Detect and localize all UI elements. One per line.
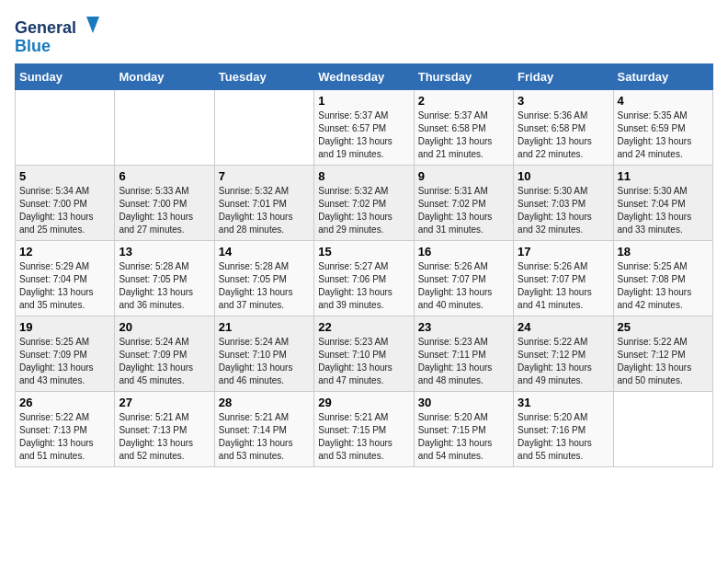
calendar-cell: 2Sunrise: 5:37 AMSunset: 6:58 PMDaylight…: [414, 90, 513, 166]
day-number: 12: [19, 245, 110, 259]
day-info: Sunrise: 5:37 AMSunset: 6:58 PMDaylight:…: [418, 109, 509, 161]
calendar-cell: 6Sunrise: 5:33 AMSunset: 7:00 PMDaylight…: [115, 166, 214, 241]
day-number: 6: [119, 169, 210, 183]
day-number: 26: [19, 396, 110, 409]
calendar-body: 1Sunrise: 5:37 AMSunset: 6:57 PMDaylight…: [16, 90, 713, 467]
day-info: Sunrise: 5:23 AMSunset: 7:11 PMDaylight:…: [418, 336, 509, 387]
day-number: 10: [518, 169, 609, 183]
day-number: 25: [618, 320, 709, 334]
day-number: 28: [219, 396, 310, 409]
calendar-cell: 8Sunrise: 5:32 AMSunset: 7:02 PMDaylight…: [314, 166, 414, 241]
logo: GeneralBlue: [15, 15, 107, 56]
day-number: 15: [318, 245, 409, 259]
day-number: 22: [318, 320, 409, 334]
header: GeneralBlue: [15, 15, 713, 56]
day-info: Sunrise: 5:22 AMSunset: 7:12 PMDaylight:…: [618, 336, 709, 387]
day-info: Sunrise: 5:26 AMSunset: 7:07 PMDaylight:…: [418, 260, 509, 312]
day-number: 7: [219, 169, 310, 183]
day-info: Sunrise: 5:36 AMSunset: 6:58 PMDaylight:…: [518, 109, 609, 161]
calendar-cell: 19Sunrise: 5:25 AMSunset: 7:09 PMDayligh…: [16, 316, 115, 392]
calendar-cell: 12Sunrise: 5:29 AMSunset: 7:04 PMDayligh…: [16, 241, 115, 316]
day-info: Sunrise: 5:23 AMSunset: 7:10 PMDaylight:…: [318, 336, 409, 387]
calendar-cell: 14Sunrise: 5:28 AMSunset: 7:05 PMDayligh…: [214, 241, 313, 316]
day-info: Sunrise: 5:22 AMSunset: 7:13 PMDaylight:…: [19, 411, 110, 463]
day-number: 27: [119, 396, 210, 409]
calendar-cell: 30Sunrise: 5:20 AMSunset: 7:15 PMDayligh…: [414, 392, 513, 467]
week-row-5: 26Sunrise: 5:22 AMSunset: 7:13 PMDayligh…: [16, 392, 713, 467]
day-info: Sunrise: 5:29 AMSunset: 7:04 PMDaylight:…: [19, 260, 110, 312]
calendar-cell: 17Sunrise: 5:26 AMSunset: 7:07 PMDayligh…: [514, 241, 613, 316]
calendar-cell: 7Sunrise: 5:32 AMSunset: 7:01 PMDaylight…: [214, 166, 313, 241]
day-info: Sunrise: 5:30 AMSunset: 7:03 PMDaylight:…: [518, 185, 609, 236]
calendar-cell: 15Sunrise: 5:27 AMSunset: 7:06 PMDayligh…: [314, 241, 414, 316]
week-row-4: 19Sunrise: 5:25 AMSunset: 7:09 PMDayligh…: [16, 316, 713, 392]
day-info: Sunrise: 5:20 AMSunset: 7:16 PMDaylight:…: [518, 411, 609, 463]
weekday-sunday: Sunday: [16, 64, 115, 90]
day-info: Sunrise: 5:27 AMSunset: 7:06 PMDaylight:…: [318, 260, 409, 312]
day-number: 20: [119, 320, 210, 334]
day-info: Sunrise: 5:20 AMSunset: 7:15 PMDaylight:…: [418, 411, 509, 463]
weekday-thursday: Thursday: [414, 64, 513, 90]
day-number: 5: [19, 169, 110, 183]
day-number: 9: [418, 169, 509, 183]
calendar-header: SundayMondayTuesdayWednesdayThursdayFrid…: [16, 64, 713, 90]
day-number: 14: [219, 245, 310, 259]
weekday-friday: Friday: [514, 64, 613, 90]
day-info: Sunrise: 5:33 AMSunset: 7:00 PMDaylight:…: [119, 185, 210, 236]
week-row-2: 5Sunrise: 5:34 AMSunset: 7:00 PMDaylight…: [16, 166, 713, 241]
day-info: Sunrise: 5:28 AMSunset: 7:05 PMDaylight:…: [119, 260, 210, 312]
day-info: Sunrise: 5:35 AMSunset: 6:59 PMDaylight:…: [618, 109, 709, 161]
day-info: Sunrise: 5:22 AMSunset: 7:12 PMDaylight:…: [518, 336, 609, 387]
calendar-cell: 18Sunrise: 5:25 AMSunset: 7:08 PMDayligh…: [613, 241, 712, 316]
calendar-cell: [16, 90, 115, 166]
day-number: 11: [618, 169, 709, 183]
calendar-cell: 13Sunrise: 5:28 AMSunset: 7:05 PMDayligh…: [115, 241, 214, 316]
calendar-cell: 3Sunrise: 5:36 AMSunset: 6:58 PMDaylight…: [514, 90, 613, 166]
calendar-cell: 11Sunrise: 5:30 AMSunset: 7:04 PMDayligh…: [613, 166, 712, 241]
calendar-cell: [613, 392, 712, 467]
calendar-cell: [115, 90, 214, 166]
day-number: 30: [418, 396, 509, 409]
calendar-cell: 10Sunrise: 5:30 AMSunset: 7:03 PMDayligh…: [514, 166, 613, 241]
calendar-cell: 1Sunrise: 5:37 AMSunset: 6:57 PMDaylight…: [314, 90, 414, 166]
calendar-cell: 28Sunrise: 5:21 AMSunset: 7:14 PMDayligh…: [214, 392, 313, 467]
weekday-wednesday: Wednesday: [314, 64, 414, 90]
day-info: Sunrise: 5:28 AMSunset: 7:05 PMDaylight:…: [219, 260, 310, 312]
day-info: Sunrise: 5:21 AMSunset: 7:15 PMDaylight:…: [318, 411, 409, 463]
day-number: 1: [318, 94, 409, 108]
day-number: 29: [318, 396, 409, 409]
calendar-cell: 29Sunrise: 5:21 AMSunset: 7:15 PMDayligh…: [314, 392, 414, 467]
weekday-monday: Monday: [115, 64, 214, 90]
day-number: 23: [418, 320, 509, 334]
day-number: 24: [518, 320, 609, 334]
weekday-saturday: Saturday: [613, 64, 712, 90]
week-row-3: 12Sunrise: 5:29 AMSunset: 7:04 PMDayligh…: [16, 241, 713, 316]
day-number: 4: [618, 94, 709, 108]
calendar-cell: 20Sunrise: 5:24 AMSunset: 7:09 PMDayligh…: [115, 316, 214, 392]
calendar-cell: 21Sunrise: 5:24 AMSunset: 7:10 PMDayligh…: [214, 316, 313, 392]
svg-text:Blue: Blue: [15, 37, 51, 55]
day-number: 31: [518, 396, 609, 409]
logo-svg: GeneralBlue: [15, 15, 107, 56]
calendar-cell: 23Sunrise: 5:23 AMSunset: 7:11 PMDayligh…: [414, 316, 513, 392]
day-info: Sunrise: 5:25 AMSunset: 7:08 PMDaylight:…: [618, 260, 709, 312]
week-row-1: 1Sunrise: 5:37 AMSunset: 6:57 PMDaylight…: [16, 90, 713, 166]
calendar-cell: [214, 90, 313, 166]
calendar-cell: 5Sunrise: 5:34 AMSunset: 7:00 PMDaylight…: [16, 166, 115, 241]
day-number: 8: [318, 169, 409, 183]
weekday-header-row: SundayMondayTuesdayWednesdayThursdayFrid…: [16, 64, 713, 90]
day-info: Sunrise: 5:30 AMSunset: 7:04 PMDaylight:…: [618, 185, 709, 236]
day-number: 17: [518, 245, 609, 259]
day-info: Sunrise: 5:31 AMSunset: 7:02 PMDaylight:…: [418, 185, 509, 236]
day-number: 18: [618, 245, 709, 259]
day-number: 16: [418, 245, 509, 259]
calendar-cell: 9Sunrise: 5:31 AMSunset: 7:02 PMDaylight…: [414, 166, 513, 241]
calendar-cell: 4Sunrise: 5:35 AMSunset: 6:59 PMDaylight…: [613, 90, 712, 166]
day-info: Sunrise: 5:37 AMSunset: 6:57 PMDaylight:…: [318, 109, 409, 161]
calendar-cell: 24Sunrise: 5:22 AMSunset: 7:12 PMDayligh…: [514, 316, 613, 392]
day-info: Sunrise: 5:32 AMSunset: 7:02 PMDaylight:…: [318, 185, 409, 236]
svg-text:General: General: [15, 18, 76, 37]
day-info: Sunrise: 5:24 AMSunset: 7:09 PMDaylight:…: [119, 336, 210, 387]
day-info: Sunrise: 5:34 AMSunset: 7:00 PMDaylight:…: [19, 185, 110, 236]
calendar-cell: 26Sunrise: 5:22 AMSunset: 7:13 PMDayligh…: [16, 392, 115, 467]
